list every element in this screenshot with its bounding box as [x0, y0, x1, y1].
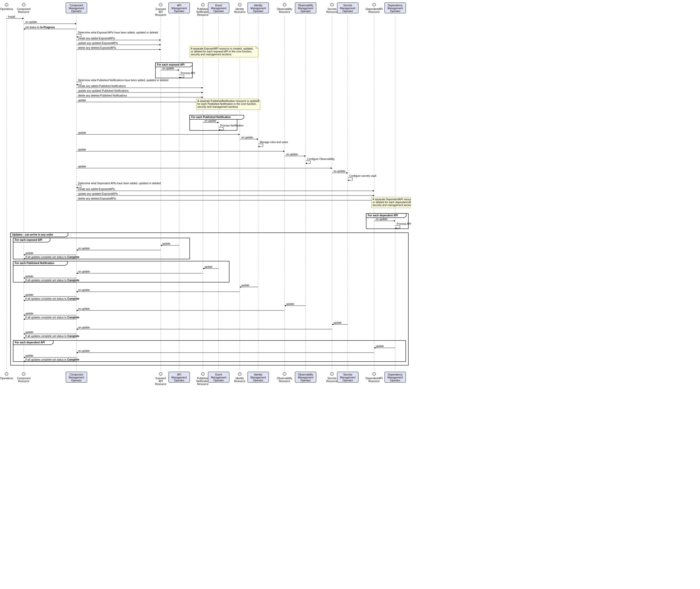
text-label: Event: [215, 4, 222, 7]
text-label: delete any deleted ExposedAPIs: [78, 46, 116, 49]
text-label: Notification: [196, 380, 209, 383]
diagram-tspan: Complete: [67, 297, 79, 300]
text-label: If all updates complete set status to Co…: [25, 297, 79, 300]
text-label: Operator: [213, 10, 224, 13]
text-label: Operator: [71, 379, 82, 382]
diagram-tspan: If all updates complete set status to: [25, 256, 67, 258]
message-arrow: [76, 185, 81, 188]
diagram-g: OperationsComponentResourceComponentMana…: [0, 3, 406, 16]
text-label: Operator: [300, 10, 311, 13]
text-label: Operations: [0, 377, 13, 380]
text-label: update: [162, 242, 171, 245]
text-label: Exposed: [156, 377, 166, 380]
text-label: update: [241, 284, 249, 287]
actor-head-icon: [201, 372, 204, 376]
diagram-tspan: set status to: [25, 26, 40, 29]
text-label: Resource: [279, 11, 290, 13]
text-label: API: [159, 380, 163, 383]
text-label: Management: [172, 376, 187, 379]
diagram-tspan: If all updates complete set status to: [25, 279, 67, 282]
message-arrow: [219, 127, 223, 130]
text-label: Component: [69, 373, 83, 376]
text-label: update: [78, 131, 86, 134]
actor-head-icon: [283, 372, 286, 376]
actor-head-icon: [22, 3, 25, 6]
text-label: Operator: [300, 379, 311, 382]
group-title-label: For each dependent API: [15, 341, 45, 344]
text-label: on.update: [333, 170, 345, 173]
text-label: Determine what Dependent APIs have been …: [78, 182, 161, 185]
text-label: Resource: [197, 383, 209, 386]
text-label: update: [25, 331, 33, 334]
text-label: API: [159, 11, 163, 13]
text-label: on.update: [78, 326, 90, 329]
text-label: Resource: [234, 380, 246, 383]
text-label: Identity: [254, 373, 262, 376]
text-label: Resource: [369, 11, 380, 13]
text-label: update any updated ExposedAPIs: [78, 42, 118, 44]
text-label: Management: [388, 376, 403, 379]
text-label: Management: [340, 7, 356, 10]
text-label: Exposed: [156, 8, 166, 11]
group-title-label: For each Published Notification: [191, 116, 231, 119]
text-label: Secrets: [327, 8, 336, 11]
text-label: Management: [172, 7, 187, 10]
text-label: A separate DependentAPI resource is crea…: [373, 198, 411, 201]
text-label: Operations: [0, 8, 13, 11]
text-label: security and management sections: [197, 106, 238, 108]
group-title-label: For each exposed API: [157, 63, 184, 66]
text-label: A separate ExposedAPI resource is create…: [191, 47, 253, 50]
text-label: DependentAPI: [366, 8, 383, 11]
actor-head-icon: [373, 3, 376, 6]
text-label: update: [376, 345, 384, 348]
diagram-tspan: Complete: [67, 316, 79, 319]
actor-head-icon: [5, 3, 8, 6]
text-label: Operator: [174, 379, 184, 382]
message-arrow: [306, 161, 310, 163]
text-label: Install: [8, 15, 15, 18]
text-label: Operator: [253, 379, 263, 382]
actor-head-icon: [238, 372, 241, 376]
text-label: Published: [197, 377, 209, 380]
diagram-g: Installon.updateset status to In-Progres…: [7, 15, 411, 365]
text-label: Observability: [298, 373, 313, 376]
text-label: Identity: [236, 377, 244, 380]
text-label: Published: [197, 8, 209, 11]
text-label: Resource: [18, 11, 29, 13]
text-label: Configure Observability: [307, 158, 334, 161]
text-label: Resource: [279, 380, 290, 383]
text-label: Operator: [71, 10, 82, 13]
text-label: update: [25, 275, 33, 278]
diagram-tspan: Complete: [67, 335, 79, 338]
message-arrow: [76, 34, 81, 37]
message-arrow: [348, 178, 353, 180]
actor-head-icon: [159, 3, 162, 6]
text-label: or deleted for each dependent API in the…: [373, 201, 411, 204]
diagram-tspan: Complete: [67, 256, 79, 258]
text-label: for each Published Notification in the c…: [197, 103, 257, 106]
text-label: Management: [388, 7, 403, 10]
text-label: on.update: [286, 153, 298, 156]
text-label: or deleted for each exposed API in the c…: [191, 50, 252, 53]
text-label: Management: [340, 376, 356, 379]
text-label: Process Notification: [220, 124, 243, 127]
text-label: update: [204, 265, 213, 268]
text-label: Manage roles and users: [260, 141, 288, 144]
text-label: Secrets: [343, 4, 352, 7]
diagram-tspan: Complete: [67, 279, 79, 282]
text-label: update: [25, 312, 33, 315]
text-label: Resource: [234, 11, 246, 13]
text-label: create any added ExposedAPIs: [78, 188, 115, 191]
text-label: Component: [17, 377, 31, 380]
actor-head-icon: [159, 372, 162, 376]
text-label: Resource: [326, 11, 338, 13]
text-label: If all updates complete set status to Co…: [25, 256, 79, 258]
text-label: Process API: [181, 72, 195, 74]
actor-head-icon: [201, 3, 204, 6]
group-title-label: For each exposed API: [15, 238, 42, 241]
diagram-tspan: If all updates complete set status to: [25, 358, 67, 361]
text-label: Operator: [213, 379, 224, 382]
text-label: Determine what Exposed APIs have been ad…: [78, 31, 158, 34]
text-label: on.update: [376, 218, 388, 221]
text-label: security and management sections: [191, 53, 232, 56]
